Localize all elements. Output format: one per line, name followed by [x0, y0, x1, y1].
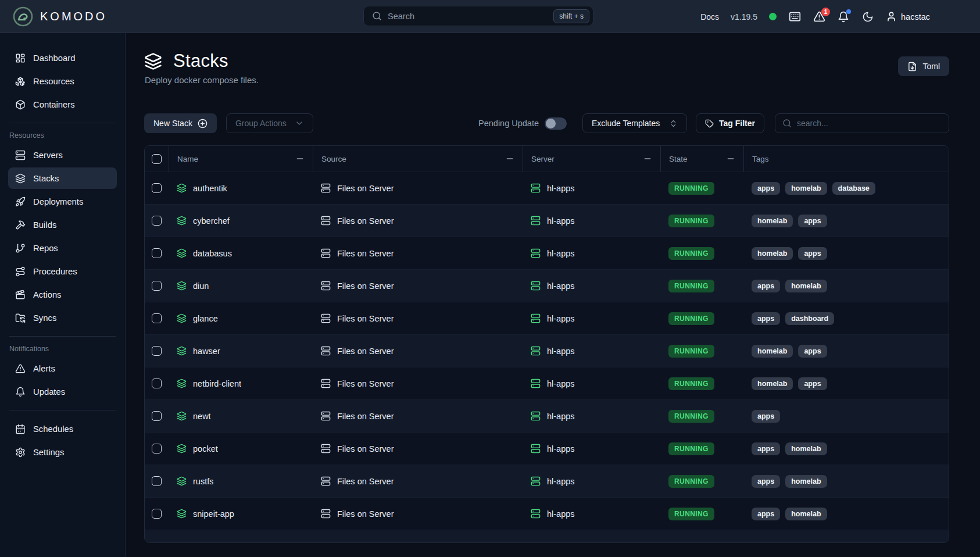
sidebar-item-stacks[interactable]: Stacks: [8, 167, 117, 189]
new-stack-button[interactable]: New Stack: [144, 113, 217, 133]
sidebar-item-procedures[interactable]: Procedures: [8, 260, 117, 282]
sidebar-item-actions[interactable]: Actions: [8, 284, 117, 305]
server-icon: [15, 150, 26, 160]
table-row[interactable]: diunFiles on Serverhl-appsRUNNINGappshom…: [145, 269, 949, 302]
row-checkbox[interactable]: [152, 509, 162, 519]
stack-name: snipeit-app: [193, 509, 234, 519]
table-row[interactable]: databasusFiles on Serverhl-appsRUNNINGho…: [145, 237, 949, 269]
column-header-label: State: [669, 155, 688, 163]
sidebar-item-syncs[interactable]: Syncs: [8, 307, 117, 329]
settings-icon: [15, 447, 26, 458]
row-checkbox[interactable]: [152, 379, 162, 388]
row-checkbox[interactable]: [152, 411, 162, 421]
tag-badge: apps: [798, 377, 827, 390]
table-row[interactable]: cyberchefFiles on Serverhl-appsRUNNINGho…: [145, 204, 949, 237]
server-cell: hl-apps: [523, 270, 660, 302]
column-header-tags[interactable]: Tags: [743, 146, 949, 172]
main-content: Stacks Deploy docker compose files. Toml…: [126, 33, 980, 557]
table-row[interactable]: rustfsFiles on Serverhl-appsRUNNINGappsh…: [145, 465, 949, 497]
row-checkbox[interactable]: [152, 444, 162, 454]
row-checkbox-cell: [145, 237, 169, 269]
column-header-label: Source: [321, 155, 346, 163]
global-search[interactable]: Search shift + s: [363, 6, 593, 26]
user-menu[interactable]: hacstac: [886, 11, 930, 22]
source-cell: Files on Server: [313, 367, 523, 399]
name-cell: cyberchef: [169, 205, 313, 237]
table-row[interactable]: pocketFiles on Serverhl-appsRUNNINGappsh…: [145, 432, 949, 465]
stacks-table: NameSourceServerStateTags authentikFiles…: [144, 145, 949, 543]
tag-badge: apps: [752, 312, 780, 325]
sidebar-item-resources[interactable]: Resources: [8, 70, 117, 92]
tag-badge: apps: [752, 475, 780, 488]
pending-update-toggle[interactable]: [545, 117, 567, 130]
toml-button[interactable]: Toml: [898, 56, 949, 76]
row-checkbox[interactable]: [152, 248, 162, 258]
page-title: Stacks: [173, 51, 228, 72]
state-badge: RUNNING: [668, 410, 714, 423]
name-cell: hawser: [169, 335, 313, 367]
sidebar-item-alerts[interactable]: Alerts: [8, 358, 117, 379]
column-header-server[interactable]: Server: [523, 146, 660, 172]
source-value: Files on Server: [337, 444, 394, 454]
alerts-button[interactable]: 1: [813, 10, 825, 23]
updates-button[interactable]: [837, 10, 850, 23]
row-checkbox[interactable]: [152, 346, 162, 356]
sidebar-item-deployments[interactable]: Deployments: [8, 191, 117, 212]
row-checkbox[interactable]: [152, 476, 162, 486]
sidebar-item-schedules[interactable]: Schedules: [8, 418, 117, 440]
server-value: hl-apps: [547, 184, 575, 193]
stack-name: netbird-client: [193, 379, 241, 388]
sidebar-item-dashboard[interactable]: Dashboard: [8, 47, 117, 69]
tag-badge: database: [832, 182, 875, 195]
layers-icon: [177, 509, 187, 519]
server-icon: [321, 509, 331, 519]
box-icon: [15, 99, 26, 110]
server-icon: [321, 346, 331, 356]
tag-badge: homelab: [752, 247, 793, 260]
keyboard-icon: [789, 10, 801, 23]
sidebar-item-repos[interactable]: Repos: [8, 237, 117, 259]
table-search-input[interactable]: [797, 119, 942, 128]
select-all-checkbox[interactable]: [152, 154, 162, 164]
column-header-state[interactable]: State: [660, 146, 743, 172]
sidebar-item-label: Servers: [33, 151, 63, 160]
tags-cell: homelabapps: [743, 335, 949, 367]
tag-badge: homelab: [752, 377, 793, 390]
column-header-source[interactable]: Source: [313, 146, 523, 172]
row-checkbox[interactable]: [152, 281, 162, 291]
table-row[interactable]: netbird-clientFiles on Serverhl-appsRUNN…: [145, 367, 949, 399]
table-search: [775, 113, 949, 133]
table-row[interactable]: hawserFiles on Serverhl-appsRUNNINGhomel…: [145, 334, 949, 367]
stacks-page-icon: [144, 52, 162, 70]
tag-badge: homelab: [785, 442, 827, 455]
source-value: Files on Server: [337, 281, 394, 291]
sidebar-item-label: Syncs: [33, 313, 56, 323]
keyboard-shortcuts-button[interactable]: [788, 10, 801, 23]
sidebar-item-servers[interactable]: Servers: [8, 144, 117, 166]
row-checkbox[interactable]: [152, 183, 162, 193]
layers-icon: [177, 411, 187, 421]
brand[interactable]: KOMODO: [12, 6, 107, 27]
name-cell: glance: [169, 302, 313, 334]
theme-toggle-button[interactable]: [861, 10, 874, 23]
tag-filter-button[interactable]: Tag Filter: [696, 113, 764, 133]
tags-cell: apps: [743, 400, 949, 432]
column-header-name[interactable]: Name: [169, 146, 313, 172]
server-value: hl-apps: [547, 509, 575, 519]
sidebar-item-updates[interactable]: Updates: [8, 381, 117, 402]
templates-filter-select[interactable]: Exclude Templates: [582, 113, 687, 133]
sidebar-item-builds[interactable]: Builds: [8, 214, 117, 235]
sidebar-item-containers[interactable]: Containers: [8, 94, 117, 115]
sidebar-item-settings[interactable]: Settings: [8, 441, 117, 463]
stack-name: databasus: [193, 249, 232, 258]
tag-badge: apps: [798, 247, 827, 260]
table-row[interactable]: snipeit-appFiles on Serverhl-appsRUNNING…: [145, 497, 949, 530]
table-row[interactable]: authentikFiles on Serverhl-appsRUNNINGap…: [145, 172, 949, 204]
table-row[interactable]: glanceFiles on Serverhl-appsRUNNINGappsd…: [145, 302, 949, 334]
row-checkbox[interactable]: [152, 313, 162, 323]
state-cell: RUNNING: [660, 172, 743, 204]
docs-link[interactable]: Docs: [700, 12, 719, 22]
table-row[interactable]: newtFiles on Serverhl-appsRUNNINGapps: [145, 399, 949, 432]
row-checkbox[interactable]: [152, 216, 162, 226]
group-actions-button[interactable]: Group Actions: [226, 113, 313, 133]
